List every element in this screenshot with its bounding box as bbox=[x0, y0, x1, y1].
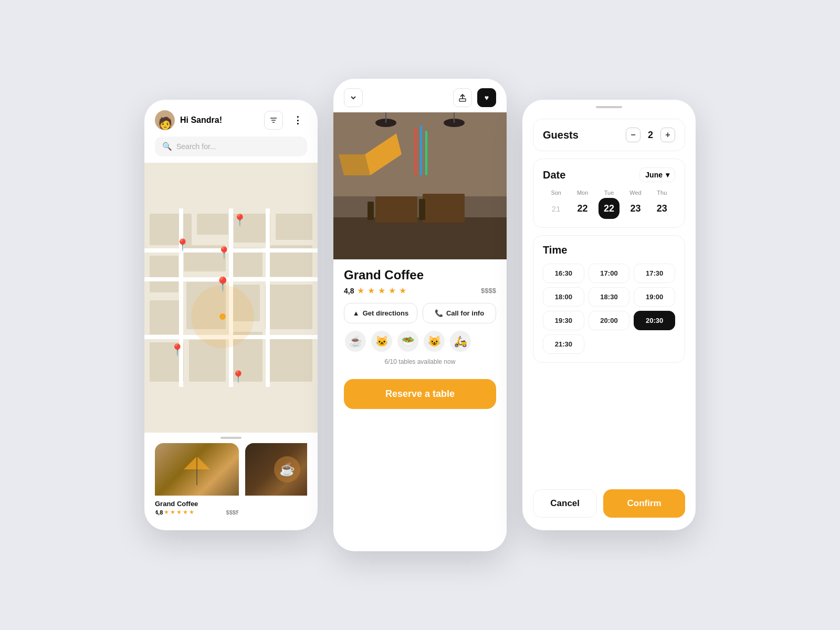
time-2030[interactable]: 20:30 bbox=[634, 311, 675, 330]
screens-container: 🧑 Hi Sandra! ⋮ 🔍 Search for... bbox=[144, 79, 696, 551]
reserve-content: Guests − 2 + Date June ▾ bbox=[522, 108, 696, 481]
card-image-1 bbox=[155, 443, 239, 496]
cal-day-sun[interactable]: Son 21 bbox=[543, 190, 569, 219]
svg-rect-41 bbox=[419, 199, 425, 220]
svg-rect-31 bbox=[333, 217, 507, 259]
cal-day-thu[interactable]: Thu 23 bbox=[649, 190, 675, 219]
scroll-indicator bbox=[220, 437, 242, 439]
search-bar[interactable]: 🔍 Search for... bbox=[155, 136, 307, 156]
directions-label: Get directions bbox=[363, 309, 408, 317]
pin-4: 📍 bbox=[170, 343, 184, 357]
svg-rect-5 bbox=[197, 214, 228, 235]
restaurant-scene bbox=[333, 112, 507, 259]
map-area[interactable]: 📍 📍 📍 📍 📍 📍 bbox=[144, 163, 318, 433]
cal-day-name-mon: Mon bbox=[577, 190, 588, 196]
restaurant-card-1[interactable]: Grand Coffee 4,8 ★ ★ ★ ★ ★ $$$$ bbox=[155, 443, 239, 518]
cal-day-num-23thu: 23 bbox=[652, 198, 673, 219]
restaurant-card-2[interactable]: ☕ bbox=[245, 443, 307, 518]
card-image-2: ☕ bbox=[245, 443, 307, 496]
map-header: 🧑 Hi Sandra! ⋮ bbox=[144, 100, 318, 136]
coffee-interior-image bbox=[155, 443, 239, 496]
restaurant-name: Grand Coffee bbox=[344, 268, 496, 282]
star-4: ★ bbox=[183, 509, 188, 516]
month-selector[interactable]: June ▾ bbox=[639, 167, 675, 182]
time-1700[interactable]: 17:00 bbox=[589, 264, 630, 283]
filter-button[interactable] bbox=[264, 111, 283, 130]
pin-1: 📍 bbox=[175, 238, 190, 252]
tables-availability: 6/10 tables available now bbox=[344, 358, 496, 365]
map-bottom-cards: Grand Coffee 4,8 ★ ★ ★ ★ ★ $$$$ bbox=[144, 443, 318, 530]
phone-reserve-screen: Guests − 2 + Date June ▾ bbox=[522, 100, 696, 530]
detail-star-5: ★ bbox=[399, 286, 406, 296]
star-2: ★ bbox=[170, 509, 175, 516]
decrease-guests-button[interactable]: − bbox=[626, 128, 640, 142]
back-button[interactable] bbox=[344, 88, 363, 107]
svg-rect-8 bbox=[150, 256, 178, 292]
svg-rect-40 bbox=[368, 202, 374, 220]
time-2000[interactable]: 20:00 bbox=[589, 311, 630, 330]
call-label: Call for info bbox=[446, 309, 484, 317]
time-title: Time bbox=[543, 244, 567, 256]
card-meta-1: 4,8 ★ ★ ★ ★ ★ $$$$ bbox=[155, 509, 239, 516]
confirm-button[interactable]: Confirm bbox=[603, 489, 685, 518]
coffee-latte-image: ☕ bbox=[245, 443, 307, 496]
greeting-text: Hi Sandra! bbox=[180, 116, 222, 125]
svg-marker-37 bbox=[339, 154, 370, 175]
pin-2: 📍 bbox=[233, 214, 247, 227]
user-emoji-1: ☕ bbox=[345, 331, 366, 352]
cal-day-name-sun: Son bbox=[551, 190, 561, 196]
calendar-row: Son 21 Mon 22 Tue 22 Wed 23 bbox=[543, 190, 675, 219]
detail-star-1: ★ bbox=[357, 286, 364, 296]
interior-svg bbox=[181, 451, 213, 488]
detail-price: $$$$ bbox=[481, 287, 496, 295]
favorite-button[interactable]: ♥ bbox=[477, 88, 496, 107]
reserve-table-button[interactable]: Reserve a table bbox=[344, 379, 496, 409]
directions-icon: ▲ bbox=[353, 309, 360, 317]
guests-header: Guests − 2 + bbox=[543, 128, 675, 142]
time-1900[interactable]: 19:00 bbox=[634, 287, 675, 307]
share-button[interactable] bbox=[453, 88, 472, 107]
cancel-button[interactable]: Cancel bbox=[533, 489, 597, 518]
time-1730[interactable]: 17:30 bbox=[634, 264, 675, 283]
reserve-footer: Cancel Confirm bbox=[522, 481, 696, 530]
rating-number: 4,8 bbox=[344, 287, 354, 295]
heart-icon: ♥ bbox=[485, 93, 489, 102]
user-emoji-4: 😺 bbox=[424, 331, 445, 352]
cal-day-mon[interactable]: Mon 22 bbox=[569, 190, 595, 219]
time-2130[interactable]: 21:30 bbox=[543, 334, 584, 354]
more-button[interactable]: ⋮ bbox=[288, 111, 307, 130]
selected-pin: 📍 bbox=[214, 276, 231, 292]
time-1830[interactable]: 18:30 bbox=[589, 287, 630, 307]
cal-day-name-thu: Thu bbox=[657, 190, 667, 196]
search-placeholder: Search for... bbox=[176, 142, 216, 151]
detail-star-4: ★ bbox=[388, 286, 396, 296]
user-emoji-5: 🛵 bbox=[450, 331, 471, 352]
action-buttons: ▲ Get directions 📞 Call for info bbox=[344, 303, 496, 323]
cal-day-name-wed: Wed bbox=[629, 190, 641, 196]
cal-day-wed[interactable]: Wed 23 bbox=[622, 190, 648, 219]
call-for-info-button[interactable]: 📞 Call for info bbox=[423, 303, 496, 323]
svg-rect-28 bbox=[459, 99, 466, 101]
card-info-1: Grand Coffee 4,8 ★ ★ ★ ★ ★ $$$$ bbox=[155, 496, 239, 518]
time-1930[interactable]: 19:30 bbox=[543, 311, 584, 330]
guests-title: Guests bbox=[543, 129, 579, 141]
phone-icon: 📞 bbox=[435, 309, 443, 317]
time-1800[interactable]: 18:00 bbox=[543, 287, 584, 307]
current-location-dot bbox=[219, 313, 226, 320]
time-1630[interactable]: 16:30 bbox=[543, 264, 584, 283]
cal-day-name-tue: Tue bbox=[604, 190, 614, 196]
svg-rect-12 bbox=[150, 300, 181, 334]
cal-day-num-22mon: 22 bbox=[572, 198, 593, 219]
user-emoji-2: 🐱 bbox=[371, 331, 392, 352]
chevron-icon: ▾ bbox=[666, 171, 669, 179]
svg-rect-44 bbox=[425, 131, 427, 175]
get-directions-button[interactable]: ▲ Get directions bbox=[344, 303, 417, 323]
cal-day-num-22tue: 22 bbox=[598, 198, 620, 219]
svg-rect-43 bbox=[420, 125, 422, 175]
stars-row-1: 4,8 ★ ★ ★ ★ ★ bbox=[155, 509, 194, 516]
filter-icon bbox=[269, 116, 278, 124]
svg-rect-42 bbox=[415, 128, 417, 175]
detail-top-bar: ♥ bbox=[333, 79, 507, 112]
cal-day-tue[interactable]: Tue 22 bbox=[596, 190, 622, 219]
increase-guests-button[interactable]: + bbox=[660, 128, 675, 142]
